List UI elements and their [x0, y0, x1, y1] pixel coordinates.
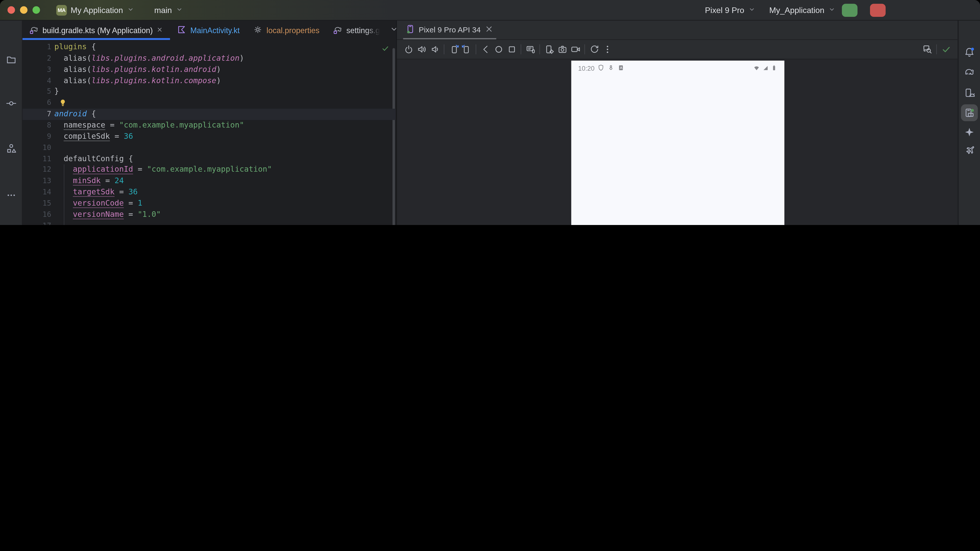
title-bar: MA My Application main Pixel 9 Pro My_Ap… [0, 0, 980, 21]
line-number: 10 [22, 142, 51, 153]
zoom-window-button[interactable] [32, 6, 40, 14]
kotlin-file-icon [177, 25, 186, 36]
code-line[interactable]: 12 applicationId = "com.example.myapplic… [22, 165, 396, 176]
device-tab-label: Pixel 9 Pro API 34 [419, 25, 481, 34]
android-overview-button[interactable] [505, 43, 518, 56]
commit-tool-button[interactable] [6, 98, 16, 111]
vpn-shield-icon [598, 64, 605, 72]
line-number: 15 [22, 198, 51, 209]
minimize-window-button[interactable] [20, 6, 27, 14]
chevron-down-icon [828, 5, 835, 15]
line-number: 6 [22, 98, 51, 109]
code-line[interactable]: 1plugins { [22, 42, 396, 53]
display-mode-button[interactable] [524, 43, 537, 56]
code-line[interactable]: 16 versionName = "1.0" [22, 209, 396, 221]
code-line[interactable]: 11 defaultConfig { [22, 153, 396, 165]
project-widget[interactable]: MA My Application [56, 5, 134, 15]
screen-record-button[interactable] [569, 43, 582, 56]
wifi-icon [753, 64, 760, 72]
running-devices-panel: Pixel 9 Pro API 34 [396, 21, 958, 225]
running-devices-tab-bar: Pixel 9 Pro API 34 [397, 21, 958, 40]
emulator-more-button[interactable] [600, 43, 614, 56]
gradlekts-file-icon [333, 25, 343, 36]
code-line[interactable]: 15 versionCode = 1 [22, 198, 396, 209]
code-line[interactable]: 5} [22, 86, 396, 98]
close-icon[interactable] [484, 24, 494, 36]
vcs-branch-widget[interactable]: main [151, 5, 183, 15]
rerun-button[interactable] [842, 3, 858, 16]
editor-tab[interactable]: MainActivity.kt [170, 21, 247, 40]
line-number: 5 [22, 86, 51, 98]
editor-tab[interactable]: local.properties [247, 21, 326, 40]
structure-tool-button[interactable] [6, 143, 16, 156]
device-screen[interactable]: 10:20 A Hello Android! [571, 61, 784, 225]
volume-up-button[interactable] [415, 43, 428, 56]
code-line[interactable]: 7android { [22, 109, 396, 120]
zoom-mode-button[interactable] [921, 43, 934, 56]
gemini-tool-button[interactable] [964, 127, 975, 140]
device-manager-button[interactable] [964, 87, 975, 100]
line-number: 4 [22, 75, 51, 86]
code-line[interactable]: 9 compileSdk = 36 [22, 131, 396, 142]
code-line[interactable]: 14 targetSdk = 36 [22, 187, 396, 198]
code-line[interactable]: 4 alias(libs.plugins.kotlin.compose) [22, 75, 396, 86]
notifications-button[interactable] [964, 47, 975, 60]
project-name: My Application [71, 5, 123, 15]
rotate-right-button[interactable] [460, 43, 473, 56]
svg-text:A: A [620, 65, 623, 69]
project-icon: MA [56, 5, 67, 15]
line-number: 8 [22, 120, 51, 131]
code-line[interactable]: 10 [22, 142, 396, 153]
editor-tab-label: settings.g [346, 26, 380, 35]
code-line[interactable]: 13 minSdk = 24 [22, 176, 396, 187]
code-line[interactable]: 3 alias(libs.plugins.kotlin.android) [22, 64, 396, 75]
editor-tab[interactable]: build.gradle.kts (My Application) [22, 21, 170, 40]
code-line[interactable]: 8 namespace = "com.example.myapplication… [22, 120, 396, 131]
editor-tab-label: build.gradle.kts (My Application) [43, 26, 153, 35]
app-notification-icon: A [617, 64, 625, 72]
screenshot-button[interactable] [555, 43, 569, 56]
device-tab[interactable]: Pixel 9 Pro API 34 [403, 21, 496, 39]
android-home-button[interactable] [492, 43, 505, 56]
code-line[interactable]: 2 alias(libs.plugins.android.application… [22, 53, 396, 64]
more-tool-windows-button[interactable] [6, 190, 16, 203]
line-number: 3 [22, 64, 51, 75]
device-settings-button[interactable] [542, 43, 555, 56]
close-icon[interactable] [156, 26, 163, 35]
code-line[interactable]: 6 [22, 98, 396, 109]
location-icon [608, 64, 614, 72]
android-back-button[interactable] [479, 43, 492, 56]
assistant-tool-button[interactable] [964, 145, 975, 158]
reset-device-button[interactable] [587, 43, 600, 56]
line-number: 2 [22, 53, 51, 64]
line-number: 12 [22, 165, 51, 176]
line-number: 16 [22, 209, 51, 221]
run-configuration-selector[interactable]: My_Application [765, 5, 836, 15]
stop-button[interactable] [870, 3, 886, 16]
phone-icon [406, 24, 415, 36]
editor-tab[interactable]: settings.g [326, 21, 387, 40]
running-devices-button[interactable] [961, 104, 978, 121]
gradle-tool-button[interactable] [964, 67, 975, 80]
emulator-display-area: 10:20 A Hello Android! + − 1:1 [397, 60, 958, 225]
rotate-left-button[interactable] [447, 43, 460, 56]
right-tool-stripe [958, 21, 980, 225]
line-number: 9 [22, 131, 51, 142]
device-status-bar: 10:20 A [571, 61, 784, 76]
window-controls [7, 6, 40, 14]
close-window-button[interactable] [7, 6, 15, 14]
chevron-down-icon [748, 5, 756, 15]
line-number: 1 [22, 42, 51, 53]
gradlekts-file-icon [29, 25, 39, 36]
battery-icon [771, 64, 778, 72]
line-number: 11 [22, 153, 51, 165]
volume-down-button[interactable] [428, 43, 441, 56]
power-button[interactable] [402, 43, 415, 56]
device-selector[interactable]: Pixel 9 Pro [701, 5, 756, 15]
run-configuration-name: My_Application [769, 5, 824, 15]
project-tool-button[interactable] [6, 54, 16, 67]
line-number: 14 [22, 187, 51, 198]
device-ok-icon [939, 43, 953, 56]
code-editor[interactable]: 1plugins {2 alias(libs.plugins.android.a… [22, 40, 396, 225]
code-line[interactable]: 17 [22, 220, 396, 225]
